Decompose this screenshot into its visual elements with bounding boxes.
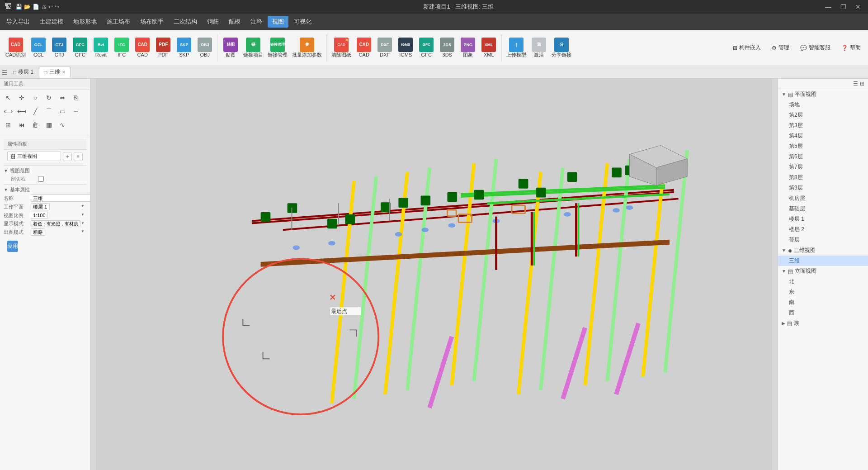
ribbon-clear-drawing[interactable]: CAD✕ 清除图纸 — [330, 37, 353, 59]
tab-floor1[interactable]: □ 楼层 1 — [9, 67, 38, 77]
cutting-plane-checkbox[interactable] — [38, 176, 44, 182]
3d-views-header[interactable]: ▼ ◈ 三维视图 — [778, 245, 868, 256]
tool-align-left[interactable]: ⟺ — [2, 105, 14, 118]
apply-button[interactable]: 应用 — [7, 241, 18, 252]
ribbon-cad-recognize[interactable]: CAD CAD识别 — [4, 37, 28, 59]
tabs-menu-icon[interactable]: ☰ — [2, 69, 8, 76]
tool-circle-select[interactable]: ○ — [29, 91, 42, 104]
ribbon-link-manage[interactable]: 链接管理 链接管理 — [266, 37, 289, 59]
undo-btn[interactable]: ↩ — [48, 4, 53, 10]
output-select[interactable]: 粗略 — [31, 228, 45, 236]
quick-new[interactable]: 📄 — [33, 4, 39, 10]
ribbon-export-dxf[interactable]: DXF DXF — [375, 37, 395, 59]
view-range-collapse[interactable]: ▼ — [4, 168, 8, 173]
ribbon-link-project[interactable]: 链 链接项目 — [241, 37, 265, 59]
ribbon-pdf[interactable]: PDF PDF — [153, 37, 173, 59]
menu-fieldhelper[interactable]: 场布助手 — [136, 16, 168, 28]
tree-floor6[interactable]: 第6层 — [778, 152, 868, 162]
menu-rebar[interactable]: 钢筋 — [203, 16, 223, 28]
name-input[interactable] — [31, 195, 90, 202]
smart-service-btn[interactable]: 💬 智能客服 — [797, 42, 834, 53]
scale-select[interactable]: 1:100 — [31, 212, 48, 219]
menu-view[interactable]: 视图 — [268, 16, 288, 28]
menu-construction[interactable]: 施工场布 — [102, 16, 135, 28]
close-btn[interactable]: ✕ — [853, 2, 863, 11]
menu-terrain[interactable]: 地形形地 — [69, 16, 101, 28]
tree-floor4[interactable]: 第4层 — [778, 131, 868, 141]
tab-close-icon[interactable]: ✕ — [62, 70, 66, 75]
tree-ground-floor[interactable]: 普层 — [778, 235, 868, 245]
tree-floor1[interactable]: 楼层 1 — [778, 214, 868, 224]
tool-select[interactable]: ↖ — [2, 91, 14, 104]
ribbon-export-3ds[interactable]: 3DS 3DS — [437, 37, 457, 59]
ribbon-export-img[interactable]: PNG 图象 — [458, 37, 478, 59]
ribbon-share-link[interactable]: 分 分享链接 — [550, 37, 573, 59]
maximize-btn[interactable]: ❐ — [838, 2, 849, 11]
ribbon-paste[interactable]: 贴图 贴图 — [221, 37, 241, 59]
ribbon-export-gfc[interactable]: GFC GFC — [416, 37, 436, 59]
help-btn[interactable]: ❓ 帮助 — [838, 42, 864, 53]
tool-arc[interactable]: ⌒ — [42, 105, 55, 118]
ribbon-cad2[interactable]: CAD CAD — [132, 37, 152, 59]
ribbon-export-cad[interactable]: CAD CAD — [354, 37, 374, 59]
viewport[interactable]: ✕ 最近点 — [90, 79, 778, 470]
menu-formwork[interactable]: 配模 — [224, 16, 245, 28]
redo-btn[interactable]: ↪ — [55, 4, 59, 10]
tree-base-floor[interactable]: 基础层 — [778, 204, 868, 214]
tool-split[interactable]: ⊣ — [70, 105, 82, 118]
menu-visualize[interactable]: 可视化 — [289, 16, 316, 28]
ribbon-activate[interactable]: 激 激活 — [529, 37, 549, 59]
tool-delete[interactable]: 🗑 — [29, 119, 42, 131]
tool-mirror[interactable]: ⇔ — [56, 91, 69, 104]
ribbon-gtj[interactable]: GTJ GTJ — [49, 37, 69, 59]
ribbon-export-xml[interactable]: XML XML — [479, 37, 499, 59]
tree-3d-view[interactable]: 三维 — [778, 256, 868, 266]
ribbon-revit[interactable]: Rvt Revit — [91, 37, 111, 59]
panel-filter-icon[interactable]: ⊞ — [860, 81, 864, 87]
menu-civil[interactable]: 土建建模 — [35, 16, 68, 28]
plan-views-header[interactable]: ▼ ▤ 平面视图 — [778, 89, 868, 100]
display-select[interactable]: 着色：有光照，有材质 — [31, 220, 80, 227]
manage-btn[interactable]: ⚙ 管理 — [768, 42, 793, 53]
ribbon-skp[interactable]: SKP SKP — [174, 37, 194, 59]
tree-floor2[interactable]: 第2层 — [778, 110, 868, 120]
tree-east[interactable]: 东 — [778, 287, 868, 297]
view-add-btn[interactable]: + — [63, 152, 72, 161]
tree-site[interactable]: 场地 — [778, 100, 868, 110]
tool-group[interactable]: ⊞ — [2, 119, 14, 131]
tree-west[interactable]: 西 — [778, 308, 868, 318]
tool-point[interactable]: ✛ — [15, 91, 28, 104]
component-insert-btn[interactable]: ⊞ 构件嵌入 — [729, 42, 764, 53]
elevation-views-header[interactable]: ▼ ▤ 立面视图 — [778, 266, 868, 276]
quick-print[interactable]: 🖨 — [41, 4, 47, 10]
tool-line[interactable]: ╱ — [29, 105, 42, 118]
tree-floor8[interactable]: 第8层 — [778, 172, 868, 183]
panel-menu-icon[interactable]: ☰ — [853, 81, 858, 87]
menu-secondary[interactable]: 二次结构 — [169, 16, 202, 28]
tool-rect[interactable]: ▭ — [56, 105, 69, 118]
tree-floor9[interactable]: 第9层 — [778, 183, 868, 193]
legend-views-header[interactable]: ▶ ▤ 族 — [778, 318, 868, 328]
tool-table[interactable]: ▦ — [42, 119, 55, 131]
quick-save[interactable]: 💾 — [15, 4, 22, 10]
tool-formula[interactable]: ∿ — [56, 119, 69, 131]
ribbon-upload-model[interactable]: ↑ 上传模型 — [505, 37, 528, 59]
menu-annotation[interactable]: 注释 — [246, 16, 267, 28]
menu-import-export[interactable]: 导入导出 — [2, 16, 34, 28]
tool-nav-prev[interactable]: ⏮ — [15, 119, 28, 131]
view-list-btn[interactable]: ≡ — [74, 152, 83, 161]
tool-align-right[interactable]: ⟻ — [15, 105, 28, 118]
basic-props-collapse[interactable]: ▼ — [4, 187, 8, 192]
quick-open[interactable]: 📂 — [24, 4, 31, 10]
ribbon-batch-add[interactable]: 参 批量添加参数 — [290, 37, 324, 59]
tree-floor7[interactable]: 第7层 — [778, 162, 868, 172]
ribbon-gcl[interactable]: GCL GCL — [28, 37, 48, 59]
minimize-btn[interactable]: — — [822, 2, 834, 11]
workplane-select[interactable]: 楼层 1 — [31, 203, 50, 210]
ribbon-gfc[interactable]: GFC GFC — [70, 37, 90, 59]
tree-north[interactable]: 北 — [778, 276, 868, 287]
tree-floor5[interactable]: 第5层 — [778, 141, 868, 152]
ribbon-ifc[interactable]: IFC IFC — [112, 37, 132, 59]
tab-3d[interactable]: □ 三维 ✕ — [39, 66, 70, 78]
tree-south[interactable]: 南 — [778, 297, 868, 308]
